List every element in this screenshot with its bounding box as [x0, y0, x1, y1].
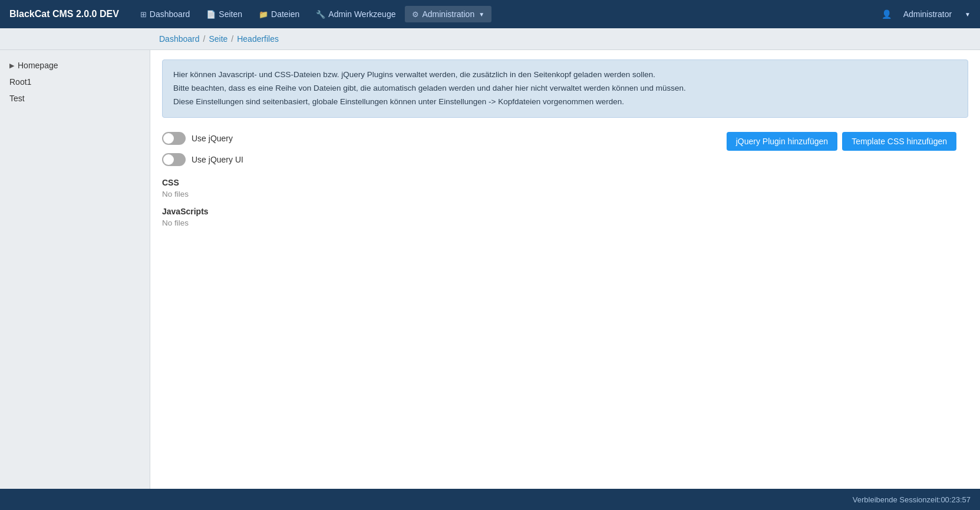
werkzeuge-icon: 🔧: [316, 10, 325, 19]
user-icon: 👤: [882, 9, 892, 19]
nav-admin-werkzeuge[interactable]: 🔧 Admin Werkzeuge: [309, 6, 402, 22]
buttons-right: jQuery Plugin hinzufügen Template CSS hi…: [727, 132, 968, 151]
toggle-row-jquery: Use jQuery: [162, 132, 243, 145]
seiten-icon: 📄: [206, 10, 216, 19]
sidebar-item-test[interactable]: Test: [0, 90, 150, 107]
nav-dashboard[interactable]: ⊞ Dashboard: [133, 6, 197, 22]
js-section-empty: No files: [162, 218, 968, 227]
css-section-title: CSS: [162, 178, 968, 187]
files-section: CSS No files JavaScripts No files: [162, 178, 968, 227]
nav-seiten[interactable]: 📄 Seiten: [199, 6, 249, 22]
breadcrumb-dashboard[interactable]: Dashboard: [159, 34, 200, 44]
js-section-title: JavaScripts: [162, 207, 968, 216]
dateien-icon: 📁: [259, 10, 268, 19]
breadcrumb-bar: Dashboard / Seite / Headerfiles: [0, 28, 980, 50]
session-time: Verbleibende Sessionzeit:00:23:57: [853, 495, 971, 504]
content-area: Hier können Javascript- und CSS-Dateien …: [150, 50, 980, 489]
toggle-row-jquery-ui: Use jQuery UI: [162, 153, 243, 166]
toggle-jquery-ui[interactable]: [162, 153, 186, 166]
add-template-css-button[interactable]: Template CSS hinzufügen: [842, 132, 956, 151]
administration-dropdown-arrow: ▼: [479, 11, 484, 18]
breadcrumb-sep-1: /: [203, 34, 206, 44]
nav-items: ⊞ Dashboard 📄 Seiten 📁 Dateien 🔧 Admin W…: [133, 6, 882, 22]
toggles-left: Use jQuery Use jQuery UI: [162, 132, 243, 166]
toggle-jquery-ui-label: Use jQuery UI: [192, 155, 243, 164]
toggles-section: Use jQuery Use jQuery UI jQuery Plugin h…: [162, 132, 968, 166]
breadcrumb-seite[interactable]: Seite: [209, 34, 227, 44]
footer: Verbleibende Sessionzeit:00:23:57: [0, 489, 980, 510]
nav-administration[interactable]: ⚙ Administration ▼: [405, 6, 491, 22]
nav-admin-werkzeuge-label: Admin Werkzeuge: [328, 9, 395, 19]
sidebar-label-homepage: Homepage: [18, 61, 58, 70]
user-dropdown-arrow: ▼: [965, 11, 971, 18]
sidebar-arrow-homepage: ▶: [9, 62, 14, 69]
topnav: BlackCat CMS 2.0.0 DEV ⊞ Dashboard 📄 Sei…: [0, 0, 980, 28]
sidebar-label-test: Test: [9, 94, 25, 103]
sidebar-item-homepage[interactable]: ▶ Homepage: [0, 57, 150, 74]
breadcrumb-sep-2: /: [231, 34, 233, 44]
css-section-empty: No files: [162, 190, 968, 198]
info-line-3: Diese Einstellungen sind seitenbasiert, …: [173, 95, 957, 109]
sidebar-item-root1[interactable]: Root1: [0, 74, 150, 90]
info-line-2: Bitte beachten, dass es eine Reihe von D…: [173, 82, 957, 95]
breadcrumb-current: Headerfiles: [237, 34, 279, 44]
nav-seiten-label: Seiten: [219, 9, 242, 19]
nav-dashboard-label: Dashboard: [150, 9, 190, 19]
administration-icon: ⚙: [412, 10, 419, 19]
nav-dateien[interactable]: 📁 Dateien: [252, 6, 306, 22]
info-box: Hier können Javascript- und CSS-Dateien …: [162, 59, 968, 118]
nav-administration-label: Administration: [422, 9, 474, 19]
username: Administrator: [903, 9, 952, 19]
brand: BlackCat CMS 2.0.0 DEV: [9, 9, 119, 19]
sidebar-label-root1: Root1: [9, 77, 31, 87]
user-menu[interactable]: 👤 Administrator ▼: [882, 9, 971, 19]
add-jquery-plugin-button[interactable]: jQuery Plugin hinzufügen: [727, 132, 837, 151]
dashboard-icon: ⊞: [140, 10, 147, 19]
toggle-jquery-label: Use jQuery: [192, 134, 233, 143]
breadcrumb: Dashboard / Seite / Headerfiles: [159, 34, 971, 44]
info-line-1: Hier können Javascript- und CSS-Dateien …: [173, 68, 957, 82]
main-layout: ▶ Homepage Root1 Test Hier können Javasc…: [0, 50, 980, 489]
nav-dateien-label: Dateien: [271, 9, 299, 19]
toggle-jquery[interactable]: [162, 132, 186, 145]
sidebar: ▶ Homepage Root1 Test: [0, 50, 150, 489]
